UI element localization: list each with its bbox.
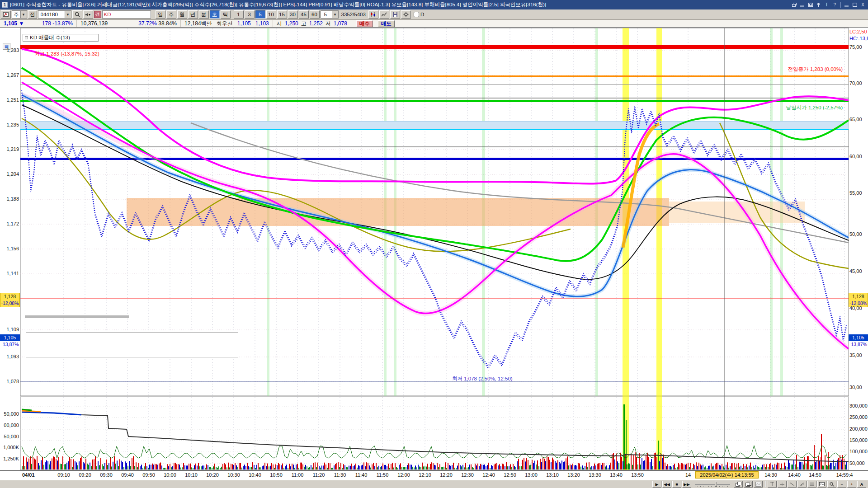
price-axis-label: 1,267 bbox=[0, 72, 19, 78]
period-button-일[interactable]: 일 bbox=[156, 10, 165, 19]
current-price-pct-left: -13,87% bbox=[0, 342, 20, 347]
trendline-up-tool[interactable] bbox=[797, 481, 807, 488]
interval-button-15[interactable]: 15 bbox=[277, 10, 287, 19]
period-combo-value: 주 bbox=[14, 11, 19, 18]
image-capture-tool[interactable] bbox=[817, 481, 826, 488]
fibonacci-tool[interactable] bbox=[807, 481, 816, 488]
interval-button-10[interactable]: 10 bbox=[266, 10, 276, 19]
percent-axis-label: 55,00 bbox=[849, 190, 862, 196]
zoom-out-button[interactable]: − bbox=[837, 481, 846, 488]
time-axis-label: 04/01 bbox=[22, 472, 35, 478]
period-button-월[interactable]: 월 bbox=[177, 10, 187, 19]
new-window-icon[interactable] bbox=[1, 10, 11, 19]
period-button-주[interactable]: 주 bbox=[166, 10, 176, 19]
cascade-windows-button[interactable] bbox=[734, 481, 743, 488]
interval-button-45[interactable]: 45 bbox=[299, 10, 309, 19]
time-axis-label: 11:50 bbox=[377, 472, 389, 478]
open-annotation: 당일시가 1,250 (-2,57%) bbox=[786, 104, 843, 111]
time-axis-label: 09:40 bbox=[121, 472, 134, 478]
price-volume-plot[interactable] bbox=[0, 28, 868, 480]
slider-thumb[interactable] bbox=[715, 482, 717, 487]
text-mode-icon[interactable]: T bbox=[823, 2, 830, 8]
time-axis-label: 12:40 bbox=[482, 472, 495, 478]
interval-button-60[interactable]: 60 bbox=[310, 10, 320, 19]
indicator-legend-label: KD 매물대 수(13) bbox=[30, 34, 70, 41]
hc-label: HC:-13,8 bbox=[849, 36, 868, 41]
pin-icon[interactable] bbox=[815, 2, 822, 8]
price-axis-label: 1,156 bbox=[0, 246, 19, 251]
best-bid: 1,103 bbox=[255, 20, 269, 27]
event-band-2 bbox=[656, 28, 662, 470]
buy-button[interactable]: 매수 bbox=[356, 20, 373, 27]
trendline-down-tool[interactable] bbox=[788, 481, 797, 488]
fastforward-button[interactable]: ▶▶ bbox=[682, 481, 691, 488]
percent-axis-label: 75,00 bbox=[849, 44, 862, 50]
interval-button-5[interactable]: 5 bbox=[255, 10, 265, 19]
line-chart-icon[interactable] bbox=[379, 10, 389, 19]
volume-left-axis-label: 50,000 bbox=[0, 434, 19, 439]
area-pattern-button[interactable] bbox=[754, 481, 763, 488]
search-icon[interactable] bbox=[72, 10, 82, 19]
zoom-in-button[interactable]: + bbox=[847, 481, 856, 488]
tile-windows-button[interactable] bbox=[744, 481, 753, 488]
close-icon[interactable]: X bbox=[859, 2, 866, 8]
d-checkbox[interactable] bbox=[414, 12, 419, 17]
zoom-tool-button[interactable] bbox=[827, 481, 836, 488]
minimize-icon[interactable] bbox=[843, 2, 850, 8]
time-axis-label: 10:40 bbox=[249, 472, 261, 478]
time-axis-label: 12:50 bbox=[504, 472, 516, 478]
time-axis-label: 09:10 bbox=[57, 472, 70, 478]
time-axis-label: 14 bbox=[685, 472, 691, 478]
chevron-down-icon[interactable]: ▼ bbox=[332, 11, 338, 18]
rewind-button[interactable]: ◀◀ bbox=[662, 481, 671, 488]
chevron-down-icon[interactable]: ▼ bbox=[65, 11, 71, 18]
sound-icon[interactable]: ▼ bbox=[83, 10, 93, 19]
interval-button-3[interactable]: 3 bbox=[245, 10, 255, 19]
help-icon[interactable]: ? bbox=[831, 2, 838, 8]
volume-right-axis-label: 100,000 bbox=[849, 449, 868, 454]
period-button-년[interactable]: 년 bbox=[188, 10, 198, 19]
stock-code-input[interactable] bbox=[40, 11, 63, 18]
price-axis-label: 1,093 bbox=[0, 354, 19, 359]
period-combo[interactable]: 주▼ bbox=[12, 10, 27, 19]
time-axis-label: 12:00 bbox=[397, 472, 410, 478]
period-button-초[interactable]: 초 bbox=[210, 10, 220, 19]
save-icon[interactable] bbox=[390, 10, 400, 19]
time-axis-label: 09:30 bbox=[100, 472, 113, 478]
chevron-down-icon[interactable]: ▼ bbox=[20, 11, 27, 18]
sell-button[interactable]: 매도 bbox=[378, 20, 395, 27]
restore-icon[interactable] bbox=[791, 2, 797, 8]
stop-button[interactable]: ■ bbox=[672, 481, 681, 488]
maximize-icon[interactable] bbox=[851, 2, 858, 8]
interval-button-30[interactable]: 30 bbox=[288, 10, 298, 19]
time-axis-label: 13:30 bbox=[589, 472, 601, 478]
text-tool-button[interactable]: A bbox=[857, 481, 866, 488]
period-button-틱[interactable]: 틱 bbox=[221, 10, 231, 19]
popup-icon[interactable] bbox=[807, 2, 814, 8]
profile-gray-bar bbox=[25, 315, 129, 318]
vertical-line-tool[interactable] bbox=[768, 481, 777, 488]
time-axis-label: 10:00 bbox=[164, 472, 176, 478]
time-axis-label: 14:40 bbox=[788, 472, 801, 478]
period-button-분[interactable]: 분 bbox=[199, 10, 209, 19]
playback-slider[interactable] bbox=[695, 481, 730, 488]
bars-combo[interactable]: 5▼ bbox=[321, 10, 339, 19]
turnover-pct: 37.72% bbox=[138, 20, 157, 27]
code-combo[interactable]: ▼ bbox=[38, 10, 71, 19]
controls-divider bbox=[840, 2, 841, 8]
candle-chart-icon[interactable] bbox=[368, 10, 378, 19]
volume-right-axis-label: 50,000 bbox=[849, 460, 865, 466]
time-axis-label: 09:50 bbox=[142, 472, 155, 478]
indicator-legend[interactable]: KD 매물대 수(13) bbox=[23, 34, 99, 42]
prev-stock-button[interactable]: 전 bbox=[28, 10, 37, 19]
bar-counter: 3352/5403 bbox=[340, 12, 368, 17]
time-axis-label: 13:50 bbox=[631, 472, 644, 478]
horizontal-line-tool[interactable] bbox=[778, 481, 787, 488]
minimize-pane-icon[interactable] bbox=[799, 2, 806, 8]
time-axis-label: 13:10 bbox=[546, 472, 559, 478]
gear-icon[interactable] bbox=[401, 10, 411, 19]
play-button[interactable]: ▶ bbox=[652, 481, 661, 488]
chart-area[interactable]: ▦ KD 매물대 수(13) 최고 1,283 (-13,87%, 15:32)… bbox=[0, 28, 868, 480]
interval-button-1[interactable]: 1 bbox=[234, 10, 244, 19]
high-label: 고 bbox=[301, 20, 307, 28]
